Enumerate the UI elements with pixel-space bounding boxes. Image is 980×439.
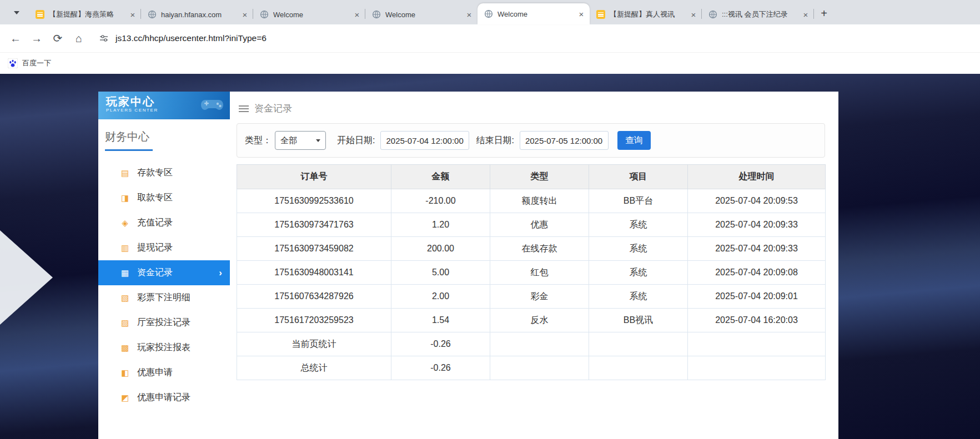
sidebar-item-fund-records[interactable]: ▦ 资金记录 › <box>98 260 230 285</box>
cell-type <box>490 332 589 356</box>
cell-item <box>589 332 688 356</box>
sidebar-item-withdrawal-records[interactable]: ▥ 提现记录 <box>98 235 230 260</box>
end-date-input[interactable] <box>520 131 609 150</box>
cell-type: 额度转出 <box>490 189 589 213</box>
tab-label: Welcome <box>385 11 460 19</box>
sidebar-header: 玩家中心 PLAYERS CENTER <box>98 92 230 119</box>
bookmark-baidu[interactable]: 百度一下 <box>8 58 51 68</box>
tab-3[interactable]: Welcome × <box>253 4 365 24</box>
records-table: 订单号 金额 类型 项目 处理时间 1751630992533610 -210.… <box>237 164 826 380</box>
cell-order-id: 1751630948003141 <box>237 261 391 285</box>
sidebar-item-label: 充值记录 <box>137 217 173 229</box>
cell-time: 2025-07-04 20:09:53 <box>688 189 826 213</box>
cell-item: 系统 <box>589 285 688 309</box>
sidebar-item-recharge-records[interactable]: ◈ 充值记录 <box>98 210 230 235</box>
chevron-right-icon: › <box>219 268 222 279</box>
cell-item: 系统 <box>589 213 688 237</box>
tab-search-button[interactable] <box>9 5 24 21</box>
sidebar-section-title: 财务中心 <box>105 129 230 144</box>
sidebar: 玩家中心 PLAYERS CENTER 财务中心 ▤ 存款专区 ◨ 取款专区 ◈… <box>98 92 230 439</box>
cell-amount: 2.00 <box>391 285 490 309</box>
sidebar-item-label: 厅室投注记录 <box>137 317 190 329</box>
tab-6[interactable]: 【新提醒】真人视讯 × <box>590 4 702 24</box>
close-icon[interactable]: × <box>464 9 474 19</box>
gamepad-icon <box>200 97 224 113</box>
content-panel: 玩家中心 PLAYERS CENTER 财务中心 ▤ 存款专区 ◨ 取款专区 ◈… <box>98 92 838 439</box>
page-header: 资金记录 <box>237 92 826 123</box>
back-button[interactable]: ← <box>6 28 26 48</box>
cell-time: 2025-07-04 16:20:03 <box>688 309 826 332</box>
cell-item: 系统 <box>589 261 688 285</box>
sidebar-item-deposit-zone[interactable]: ▤ 存款专区 <box>98 160 230 185</box>
decorative-triangle <box>0 230 53 325</box>
url-text: js13.cc/hhcp/usercenter.html?iniType=6 <box>115 33 267 43</box>
table-row: 1751630973459082 200.00 在线存款 系统 2025-07-… <box>237 237 826 261</box>
promo-record-icon: ◩ <box>119 393 130 403</box>
cell-amount: 1.54 <box>391 309 490 332</box>
cell-amount: 1.20 <box>391 213 490 237</box>
yellow-message-icon <box>36 10 44 19</box>
close-icon[interactable]: × <box>352 9 362 19</box>
type-label: 类型： <box>245 135 272 147</box>
sidebar-item-label: 存款专区 <box>137 167 173 179</box>
address-bar[interactable]: js13.cc/hhcp/usercenter.html?iniType=6 <box>99 28 974 48</box>
tab-2[interactable]: haiyan.hfanax.com × <box>141 4 253 24</box>
sidebar-item-promo-apply[interactable]: ◧ 优惠申请 <box>98 360 230 385</box>
cell-type <box>490 356 589 380</box>
lottery-bet-icon: ▧ <box>119 293 130 303</box>
filter-bar: 类型： 全部 开始日期: 结束日期: 查询 <box>237 123 825 158</box>
sidebar-item-hall-bet-records[interactable]: ▨ 厅室投注记录 <box>98 310 230 335</box>
reload-button[interactable]: ⟳ <box>48 28 68 48</box>
cell-type: 彩金 <box>490 285 589 309</box>
home-button[interactable]: ⌂ <box>69 28 89 48</box>
navigation-bar: ← → ⟳ ⌂ js13.cc/hhcp/usercenter.html?ini… <box>0 24 980 52</box>
cell-time: 2025-07-04 20:09:33 <box>688 237 826 261</box>
tab-7[interactable]: :::视讯 会员下注纪录 × <box>702 4 814 24</box>
close-icon[interactable]: × <box>688 9 698 19</box>
page-title: 资金记录 <box>254 102 292 115</box>
yellow-message-icon <box>596 10 605 19</box>
cell-order-id: 1751607634287926 <box>237 285 391 309</box>
tab-5-active[interactable]: Welcome × <box>478 3 590 24</box>
site-info-icon[interactable] <box>99 33 109 43</box>
close-icon[interactable]: × <box>801 9 811 19</box>
cell-order-id: 1751630973471763 <box>237 213 391 237</box>
funds-record-icon: ▦ <box>119 268 130 278</box>
table-row-page-total: 当前页统计 -0.26 <box>237 332 826 356</box>
close-icon[interactable]: × <box>576 9 586 19</box>
cell-type: 优惠 <box>490 213 589 237</box>
new-tab-button[interactable]: + <box>816 6 832 21</box>
tab-1[interactable]: 【新提醒】海燕策略 × <box>29 4 141 24</box>
withdrawal-record-icon: ▥ <box>119 243 130 253</box>
forward-button[interactable]: → <box>27 28 47 48</box>
main-content: 资金记录 类型： 全部 开始日期: 结束日期: 查询 订单号 <box>230 92 839 439</box>
close-icon[interactable]: × <box>240 9 250 19</box>
query-button[interactable]: 查询 <box>617 131 651 150</box>
sidebar-item-lottery-bet-details[interactable]: ▧ 彩票下注明细 <box>98 285 230 310</box>
cell-time <box>688 356 826 380</box>
tab-4[interactable]: Welcome × <box>365 4 478 24</box>
tab-separator <box>813 9 814 19</box>
type-select[interactable]: 全部 <box>275 131 326 150</box>
start-date-input[interactable] <box>380 131 469 150</box>
cell-order-id: 1751630992533610 <box>237 189 391 213</box>
chevron-down-icon <box>14 11 19 14</box>
deposit-icon: ▤ <box>119 168 130 178</box>
bookmark-label: 百度一下 <box>22 58 51 68</box>
hamburger-icon <box>239 105 249 113</box>
player-report-icon: ▩ <box>119 343 130 353</box>
table-row: 1751630992533610 -210.00 额度转出 BB平台 2025-… <box>237 189 826 213</box>
sidebar-item-withdraw-zone[interactable]: ◨ 取款专区 <box>98 185 230 210</box>
globe-icon <box>148 10 157 19</box>
sidebar-item-promo-records[interactable]: ◩ 优惠申请记录 <box>98 385 230 410</box>
close-icon[interactable]: × <box>128 9 138 19</box>
table-row: 1751630948003141 5.00 红包 系统 2025-07-04 2… <box>237 261 826 285</box>
col-type: 类型 <box>490 165 589 189</box>
cell-label: 当前页统计 <box>237 332 391 356</box>
col-time: 处理时间 <box>688 165 826 189</box>
withdraw-icon: ◨ <box>119 193 130 203</box>
tab-label: Welcome <box>497 10 572 18</box>
sidebar-item-label: 彩票下注明细 <box>137 292 190 304</box>
cell-amount: 5.00 <box>391 261 490 285</box>
sidebar-item-player-bet-report[interactable]: ▩ 玩家投注报表 <box>98 335 230 360</box>
